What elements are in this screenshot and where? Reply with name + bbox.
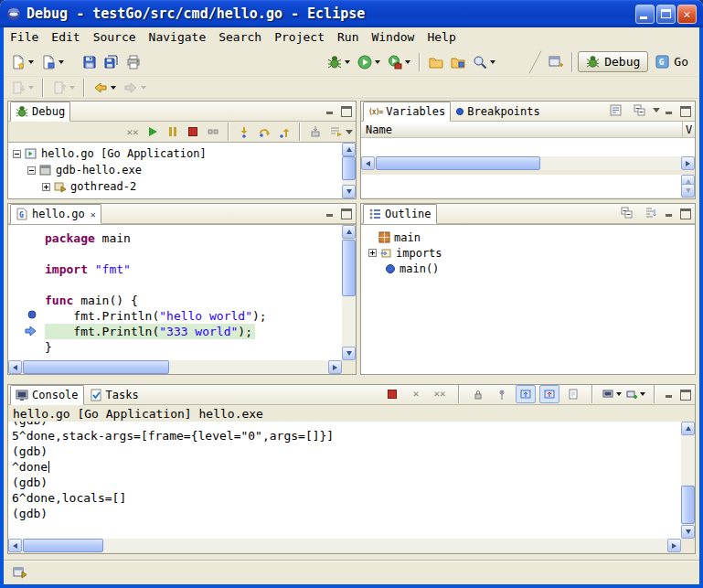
scroll-down-button[interactable] (342, 185, 356, 198)
detail-scrollbar-vertical[interactable] (681, 175, 695, 198)
menu-navigate[interactable]: Navigate (143, 28, 213, 47)
scroll-thumb[interactable] (681, 486, 695, 524)
expander-collapsed-icon[interactable] (368, 249, 377, 257)
open-task-button[interactable] (447, 52, 469, 72)
console-output[interactable]: (gdb) 5^done,stack-args=[frame={level="0… (8, 422, 681, 539)
scroll-up-button[interactable] (681, 422, 695, 435)
maximize-view-icon[interactable] (679, 389, 691, 399)
expander-collapsed-icon[interactable] (42, 183, 50, 191)
previous-annotation-button[interactable] (48, 78, 79, 98)
maximize-view-icon[interactable] (340, 105, 352, 115)
minimize-view-icon[interactable] (325, 208, 336, 218)
minimize-view-icon[interactable] (325, 105, 336, 115)
open-resource-button[interactable] (425, 52, 447, 72)
step-into-button[interactable] (234, 123, 254, 141)
debug-tree-row-thread[interactable]: gothread-2 (8, 178, 356, 195)
scroll-down-button[interactable] (681, 184, 695, 198)
suspend-button[interactable] (163, 123, 183, 141)
debug-tree-row-launch[interactable]: hello.go [Go Application] (8, 145, 356, 162)
window-close-button[interactable]: ✕ (677, 5, 697, 24)
view-menu-icon[interactable] (346, 130, 353, 134)
save-all-button[interactable] (101, 52, 122, 72)
minimize-view-icon[interactable] (664, 389, 676, 399)
variables-scrollbar-horizontal[interactable] (361, 156, 695, 170)
scroll-right-button[interactable] (328, 360, 342, 374)
drop-to-frame-button[interactable] (305, 123, 325, 141)
debug-view-tab[interactable]: Debug (10, 102, 70, 122)
next-annotation-button[interactable] (7, 78, 37, 98)
new-file-button[interactable] (37, 52, 68, 72)
menu-file[interactable]: File (4, 28, 45, 47)
display-console-button[interactable] (602, 385, 622, 403)
run-button[interactable] (354, 52, 384, 72)
outline-tab[interactable]: Outline (363, 204, 437, 224)
scroll-down-button[interactable] (681, 525, 695, 539)
pin-console-button[interactable] (492, 385, 512, 403)
terminate-console-button[interactable] (382, 385, 402, 403)
editor-area[interactable]: package main import "fmt" func main() { … (8, 224, 356, 374)
print-button[interactable] (122, 52, 144, 72)
scroll-left-button[interactable] (8, 539, 22, 552)
show-stdout-button[interactable] (516, 385, 536, 403)
menu-window[interactable]: Window (365, 28, 421, 47)
scroll-left-button[interactable] (8, 360, 22, 374)
forward-button[interactable] (120, 78, 150, 98)
scroll-right-button[interactable] (667, 539, 681, 552)
expander-expanded-icon[interactable] (27, 166, 36, 175)
scroll-left-button[interactable] (361, 156, 375, 170)
perspective-go-button[interactable]: G Go (648, 52, 696, 71)
step-over-button[interactable] (254, 123, 274, 141)
disconnect-button[interactable] (203, 123, 223, 141)
window-maximize-button[interactable] (656, 5, 676, 24)
minimize-view-icon[interactable] (664, 208, 676, 218)
scroll-thumb[interactable] (376, 156, 540, 170)
scroll-thumb[interactable] (342, 156, 356, 180)
variables-tree[interactable] (361, 138, 695, 156)
remove-launch-button[interactable]: ✕ (406, 385, 426, 403)
search-button[interactable] (469, 52, 499, 72)
show-logical-structure-button[interactable] (605, 102, 625, 120)
debug-button[interactable] (324, 52, 354, 72)
variables-detail-pane[interactable] (361, 175, 695, 198)
collapse-all-button[interactable] (629, 102, 649, 120)
scroll-thumb[interactable] (23, 539, 103, 552)
collapse-all-button[interactable] (616, 204, 636, 222)
view-menu-icon[interactable] (653, 108, 660, 112)
external-tools-button[interactable] (384, 52, 414, 72)
open-console-button[interactable] (625, 385, 645, 403)
scroll-down-button[interactable] (342, 347, 356, 360)
open-perspective-button[interactable] (545, 52, 567, 72)
remove-terminated-button[interactable]: ✕✕ (122, 123, 143, 141)
scroll-thumb[interactable] (342, 240, 356, 296)
window-minimize-button[interactable] (635, 5, 655, 24)
sort-button[interactable] (640, 204, 660, 222)
show-stderr-button[interactable] (539, 385, 559, 403)
scroll-up-button[interactable] (342, 225, 356, 239)
outline-item-function[interactable]: main() (361, 261, 695, 276)
menu-run[interactable]: Run (331, 28, 365, 47)
code-area[interactable]: package main import "fmt" func main() { … (8, 225, 341, 359)
step-return-button[interactable] (274, 123, 294, 141)
new-wizard-button[interactable] (7, 52, 37, 72)
remove-all-launches-button[interactable]: ✕✕ (430, 385, 450, 403)
outline-item-package[interactable]: main (361, 230, 695, 245)
menu-project[interactable]: Project (268, 28, 331, 47)
scroll-thumb[interactable] (23, 360, 169, 374)
scroll-up-button[interactable] (342, 143, 356, 156)
use-step-filters-button[interactable] (325, 123, 346, 141)
maximize-view-icon[interactable] (340, 208, 352, 218)
clear-console-button[interactable] (563, 385, 583, 403)
debug-scrollbar-vertical[interactable] (342, 143, 356, 198)
variables-column-header[interactable]: Name V (361, 122, 695, 138)
resume-button[interactable] (143, 123, 163, 141)
window-titlebar[interactable]: Debug - testGo/src/cmd/hello.go - Eclips… (0, 0, 703, 27)
menu-search[interactable]: Search (212, 28, 268, 47)
close-icon[interactable]: ✕ (91, 209, 96, 219)
scroll-lock-button[interactable] (468, 385, 488, 403)
outline-item-imports[interactable]: imports (361, 245, 695, 261)
scroll-right-button[interactable] (681, 156, 695, 170)
minimize-view-icon[interactable] (664, 105, 676, 115)
menu-edit[interactable]: Edit (45, 28, 86, 47)
maximize-view-icon[interactable] (679, 105, 691, 115)
breakpoints-tab[interactable]: Breakpoints (451, 102, 545, 121)
